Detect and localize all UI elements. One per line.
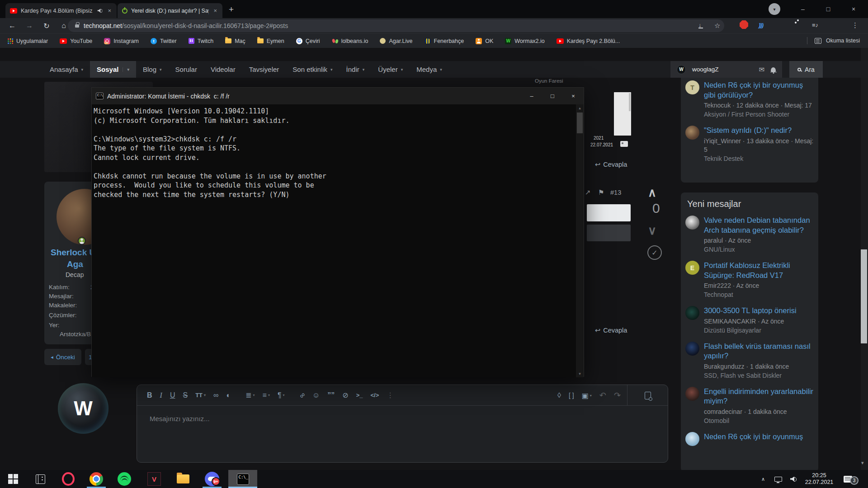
task-view-button[interactable] xyxy=(28,470,52,488)
bookmark-eymen[interactable]: Eymen xyxy=(257,38,284,44)
media-controls-button[interactable]: ▾ xyxy=(769,3,780,15)
tab-close-icon[interactable]: × xyxy=(107,7,112,14)
nav-tavsiyeler[interactable]: Tavsiyeler xyxy=(242,61,286,78)
taskbar-chrome[interactable] xyxy=(84,470,108,488)
form-button-fragment[interactable] xyxy=(587,225,631,241)
taskbar-file-explorer[interactable] xyxy=(171,470,195,488)
bookmark-kardespayi[interactable]: Kardeş Payı 2.Bölü... xyxy=(557,38,620,44)
install-icon[interactable]: ↓ xyxy=(698,22,703,28)
bookmark-apps[interactable]: Uygulamalar xyxy=(7,38,48,44)
undo-icon[interactable]: ↶ xyxy=(599,390,606,400)
thread-list-item[interactable]: T Neden R6 çok iyi bir oyunmuş gibi görü… xyxy=(685,80,814,118)
site-search-button[interactable]: Ara xyxy=(789,61,823,78)
avatar[interactable] xyxy=(685,306,699,320)
scrollbar-down-arrow[interactable]: ▾ xyxy=(861,460,864,466)
avatar[interactable]: E xyxy=(685,261,699,275)
reload-button[interactable]: ↻ xyxy=(41,20,52,32)
nav-sorular[interactable]: Sorular xyxy=(169,61,204,78)
taskbar-spotify[interactable] xyxy=(112,470,137,488)
tab-close-icon[interactable]: × xyxy=(212,7,218,14)
bookmark-ceviri[interactable]: Çeviri xyxy=(296,38,320,44)
bookmark-twitter[interactable]: Twitter xyxy=(151,38,177,44)
thread-title[interactable]: "Sistem ayrıldı (D:)" nedir? xyxy=(704,126,814,136)
avatar[interactable] xyxy=(685,342,699,356)
taskbar-valorant[interactable] xyxy=(142,470,166,488)
new-tab-button[interactable]: + xyxy=(229,5,234,14)
cmd-title-bar[interactable]: Administrator: Komut İstemi - chkdsk c: … xyxy=(92,88,584,104)
back-button[interactable]: ← xyxy=(6,20,18,32)
preview-button[interactable] xyxy=(627,385,668,406)
nav-blog[interactable]: Blog▾ xyxy=(136,61,169,78)
notifications-bell-icon[interactable] xyxy=(771,67,776,72)
bookmark-mac[interactable]: Maç xyxy=(225,38,245,44)
tray-clock[interactable]: 20:25 22.07.2021 xyxy=(801,470,837,488)
bookmark-wormax[interactable]: Wormax2.io xyxy=(505,38,544,44)
align-icon[interactable]: ≡▾ xyxy=(263,391,270,399)
more-options-icon[interactable]: ⋮ xyxy=(387,391,394,399)
underline-icon[interactable]: U xyxy=(170,391,175,399)
reply-button[interactable]: ↩ Cevapla xyxy=(595,161,627,168)
address-bar[interactable]: technopat.net/sosyal/konu/yerel-disk-d-n… xyxy=(68,19,724,32)
paragraph-icon[interactable]: ¶▾ xyxy=(278,391,285,399)
tab-audio-icon[interactable] xyxy=(98,9,103,13)
bookmark-youtube[interactable]: YouTube xyxy=(60,38,92,44)
previous-page-button[interactable]: ◂ Önceki xyxy=(44,349,81,365)
nav-indir[interactable]: İndir▾ xyxy=(340,61,372,78)
inline-code-icon[interactable]: >_ xyxy=(356,392,363,399)
italic-icon[interactable]: I xyxy=(160,391,162,399)
tray-network-icon[interactable] xyxy=(771,470,785,488)
avatar[interactable] xyxy=(685,387,699,401)
vote-down-icon[interactable]: ∨ xyxy=(648,224,656,238)
thread-list-item[interactable]: E Portatif Kablosuz Elektrikli Süpürge: … xyxy=(685,261,814,298)
post-thumbnail[interactable] xyxy=(614,92,631,136)
browser-tab-technopat[interactable]: Yerel disk (D:) nasıl açılır? | Sayfa 2 … xyxy=(118,3,222,18)
browser-tab-youtube[interactable]: Kardeş Payı 4.Bölüm (Bipsiz V × xyxy=(5,3,117,18)
thread-category[interactable]: SSD, Flash ve Sabit Diskler xyxy=(704,372,814,379)
thread-category[interactable]: Otomobil xyxy=(704,417,814,424)
tray-hidden-icons-chevron[interactable]: ∧ xyxy=(758,470,769,488)
playlist-extension-icon[interactable]: ≡♪ xyxy=(812,22,818,28)
redo-icon[interactable]: ↷ xyxy=(614,390,621,400)
reply-button[interactable]: ↩ Cevapla xyxy=(595,327,627,334)
message-input[interactable]: Mesajınızı yazınız... xyxy=(150,415,210,422)
thread-list-item[interactable]: "Sistem ayrıldı (D:)" nedir? iYiqit_Winn… xyxy=(685,126,814,162)
start-button[interactable] xyxy=(4,470,23,488)
bookmark-instagram[interactable]: Instagram xyxy=(104,38,139,44)
reading-list-button[interactable]: Okuma listesi xyxy=(807,33,860,48)
window-close-button[interactable]: × xyxy=(841,0,866,18)
nav-medya[interactable]: Medya▾ xyxy=(410,61,449,78)
cmd-scroll-up-icon[interactable]: ▴ xyxy=(576,104,584,112)
font-size-icon[interactable]: TT▾ xyxy=(195,392,206,399)
command-prompt-window[interactable]: Administrator: Komut İstemi - chkdsk c: … xyxy=(91,87,584,377)
bbcode-brackets-icon[interactable]: [ ] xyxy=(569,392,574,399)
cmd-output-area[interactable]: Microsoft Windows [Version 10.0.19042.11… xyxy=(92,104,584,377)
tray-volume-icon[interactable] xyxy=(787,470,800,488)
lock-icon[interactable] xyxy=(75,24,79,28)
thread-list-item[interactable]: Flash bellek virüs taraması nasıl yapılı… xyxy=(685,342,814,379)
thread-list-item[interactable]: Valve neden Debian tabanından Arch taban… xyxy=(685,216,814,253)
bookmark-fenerbahce[interactable]: Fenerbahçe xyxy=(425,38,464,44)
thread-category[interactable]: GNU/Linux xyxy=(704,246,814,253)
bookmark-agar[interactable]: Agar.Live xyxy=(380,38,412,44)
thread-title[interactable]: Flash bellek virüs taraması nasıl yapılı… xyxy=(704,342,814,361)
thread-list-item[interactable]: 3000-3500 TL laptop önerisi SEMIKAANCAKI… xyxy=(685,306,814,334)
thread-category[interactable]: Aksiyon / First Person Shooter xyxy=(704,111,814,118)
strikethrough-icon[interactable]: S xyxy=(183,391,188,399)
page-scrollbar-thumb[interactable] xyxy=(861,249,867,343)
cmd-scroll-down-icon[interactable]: ▾ xyxy=(576,370,584,377)
bookmark-twitch[interactable]: Twitch xyxy=(189,38,213,44)
avatar[interactable] xyxy=(685,432,699,446)
text-color-palette-icon[interactable]: ◐ xyxy=(226,391,231,399)
current-user-avatar[interactable]: W xyxy=(58,383,108,434)
avatar[interactable] xyxy=(685,216,699,230)
spoiler-eye-icon[interactable]: ⊘ xyxy=(342,391,348,399)
nav-son-etkinlik[interactable]: Son etkinlik▾ xyxy=(286,61,339,78)
thread-title[interactable]: Neden R6 çok iyi bir oyunmuş gibi görülü… xyxy=(704,80,814,100)
window-maximize-button[interactable]: □ xyxy=(816,0,841,18)
cmd-maximize-button[interactable]: □ xyxy=(542,88,563,104)
bookmark-icon[interactable]: ⚑ xyxy=(598,188,604,197)
messages-envelope-icon[interactable]: ✉ xyxy=(759,66,764,74)
quote-icon[interactable]: ”” xyxy=(327,391,335,399)
thread-category[interactable]: Technopat xyxy=(704,291,814,298)
thread-list-item[interactable]: Neden R6 çok iyi bir oyunmuş xyxy=(685,432,814,446)
